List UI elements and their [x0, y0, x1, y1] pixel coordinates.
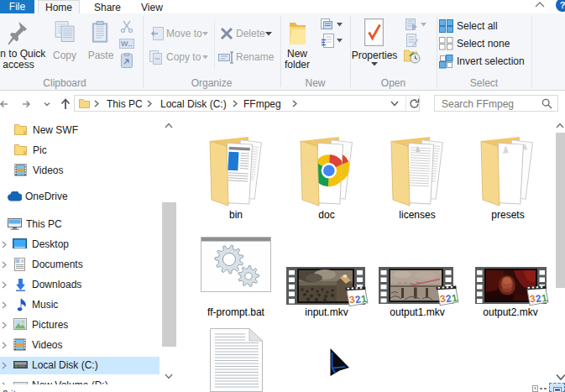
svg-text:W: W — [121, 39, 128, 48]
